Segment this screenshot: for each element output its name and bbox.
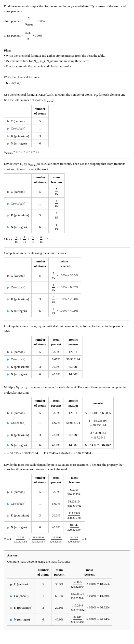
table-row: Co (cobalt) 1 6.67% 58.933194 1 × 58.933… xyxy=(4,417,114,429)
table4: numberof atoms atompercent atomicmass/u … xyxy=(4,336,82,378)
table-row: N (nitrogen) 6 40.0% 84.042320.325094 × … xyxy=(7,614,112,625)
table2-caption: Divide each Ni by Natoms to calculate at… xyxy=(4,161,130,172)
chemical-formula-section: Write the chemical formula: K₃Co(CN)₆ xyxy=(4,75,130,86)
table-row: N (nitrogen) 6 40.0% 14.007 xyxy=(4,370,82,378)
table-row: K (potassium) 3 315 xyxy=(4,210,64,221)
table-row: Co (cobalt) 1 115 × 100% = 6.67% xyxy=(4,282,81,293)
page-container: Find the elemental composition for potas… xyxy=(4,4,130,630)
co-dot xyxy=(7,128,8,130)
table-row: C (carbon) 5 33.3% 60.055320.325094 xyxy=(4,486,85,498)
table1-caption: Use the chemical formula, K₃Co(CN)₆, to … xyxy=(4,92,130,103)
table-row: C (carbon) 5 515 × 100% = 33.3% xyxy=(4,270,81,282)
c-dot xyxy=(7,120,8,122)
table1: numberof atoms C (carbon) 5 Co (cobalt) … xyxy=(4,105,48,148)
table-row: Co (cobalt) 1 xyxy=(4,125,48,132)
chemical-formula: K₃Co(CN)₆ xyxy=(6,80,130,86)
table-row: N (nitrogen) 6 615 × 100% = 40.0% xyxy=(4,305,81,317)
table-row: Co (cobalt) 1 6.67% 58.933194 xyxy=(4,356,82,363)
table-row: N (nitrogen) 6 40.0% 14.007 6 × 14.007 =… xyxy=(4,441,114,449)
divider-8 xyxy=(4,459,130,459)
answer-label: Answer: xyxy=(7,553,127,558)
table-row: C (carbon) 5 xyxy=(4,117,48,125)
table1-section: Use the chemical formula, K₃Co(CN)₆, to … xyxy=(4,92,130,154)
table-row: K (potassium) 3 315 × 100% = 20.0% xyxy=(4,293,81,305)
table2-section: Divide each Ni by Natoms to calculate at… xyxy=(4,161,130,244)
table-row: K (potassium) 3 xyxy=(4,132,48,140)
natoms-total: Natoms = 5 + 1 + 3 + 6 = 15 xyxy=(4,149,130,155)
molecular-mass-total: m = 60.055 u + 58.933194 u + 117.2949 u … xyxy=(4,451,130,456)
table-row: C (carbon) 5 33.3% 12.011 xyxy=(4,348,82,356)
divider-5 xyxy=(4,248,130,248)
table3-section: Compute atom percents using the atom fra… xyxy=(4,251,130,317)
divider-2 xyxy=(4,72,130,72)
table6-check: Check: 60.055320.325094 + 58.933194320.3… xyxy=(4,535,130,544)
divider-4 xyxy=(4,158,130,158)
table3: numberof atoms atompercent C (carbon) 5 … xyxy=(4,258,81,317)
table6: numberof atoms atompercent massfraction … xyxy=(4,474,85,534)
table-row: Co (cobalt) 1 6.67% 58.933194320.325094 … xyxy=(7,590,112,602)
table6-caption: Divide the mass for each element by m to… xyxy=(4,462,130,472)
table4-section: Look up the atomic mass, mi, in unified … xyxy=(4,324,130,378)
table-row: N (nitrogen) 6 40.0% 84.042320.325094 xyxy=(4,522,85,533)
table-row: C (carbon) 5 33.3% 12.011 5 × 12.011 = 6… xyxy=(4,409,114,417)
answer-caption: Compute mass percents using the mass fra… xyxy=(7,559,127,564)
divider-3 xyxy=(4,89,130,89)
table2-check: Check: 515 + 115 + 315 + 615 = 1 xyxy=(4,235,130,244)
table6-section: Divide the mass for each element by m to… xyxy=(4,462,130,544)
table3-caption: Compute atom percents using the atom fra… xyxy=(4,251,130,256)
page-title: Find the elemental composition for potas… xyxy=(4,4,130,42)
table5-section: Multiply Ni by mi to compute the mass fo… xyxy=(4,385,130,456)
divider-9 xyxy=(4,547,130,548)
table4-caption: Look up the atomic mass, mi, in unified … xyxy=(4,324,130,334)
table-row: K (potassium) 3 20.0% 117.2949320.325094 xyxy=(4,510,85,522)
mass-percent-formula: mass percent = Nimim × 100% xyxy=(4,30,130,42)
table5: numberof atoms atompercent atomicmass/u … xyxy=(4,397,114,449)
n-dot xyxy=(7,143,8,145)
table-row: K (potassium) 3 20.0% 39.0983 xyxy=(4,363,82,370)
table-row: Co (cobalt) 1 115 xyxy=(4,198,64,210)
atom-percent-formula: atom percent = NiNatoms × 100% xyxy=(4,16,130,27)
table2: numberof atoms atomfraction C (carbon) 5… xyxy=(4,174,64,233)
table-row: K (potassium) 3 20.0% 117.2949320.325094… xyxy=(7,602,112,614)
divider-6 xyxy=(4,320,130,321)
table-row: C (carbon) 5 515 xyxy=(4,186,64,198)
k-dot xyxy=(7,135,8,137)
table-row: Co (cobalt) 1 6.67% 58.933194320.325094 xyxy=(4,498,85,510)
table-row: N (nitrogen) 6 xyxy=(4,140,48,148)
answer-table: numberof atoms atompercent masspercent C… xyxy=(7,566,112,626)
table-row: N (nitrogen) 6 615 xyxy=(4,221,64,233)
table-row: C (carbon) 5 33.3% 60.055320.325094 × 10… xyxy=(7,578,112,590)
answer-box: Answer: Compute mass percents using the … xyxy=(4,550,130,630)
divider-7 xyxy=(4,382,130,382)
table5-caption: Multiply Ni by mi to compute the mass fo… xyxy=(4,385,130,395)
table-row: K (potassium) 3 20.0% 39.0983 3 × 39.098… xyxy=(4,429,114,441)
plan-section: Plan: • Write the chemical formula and g… xyxy=(4,48,130,69)
